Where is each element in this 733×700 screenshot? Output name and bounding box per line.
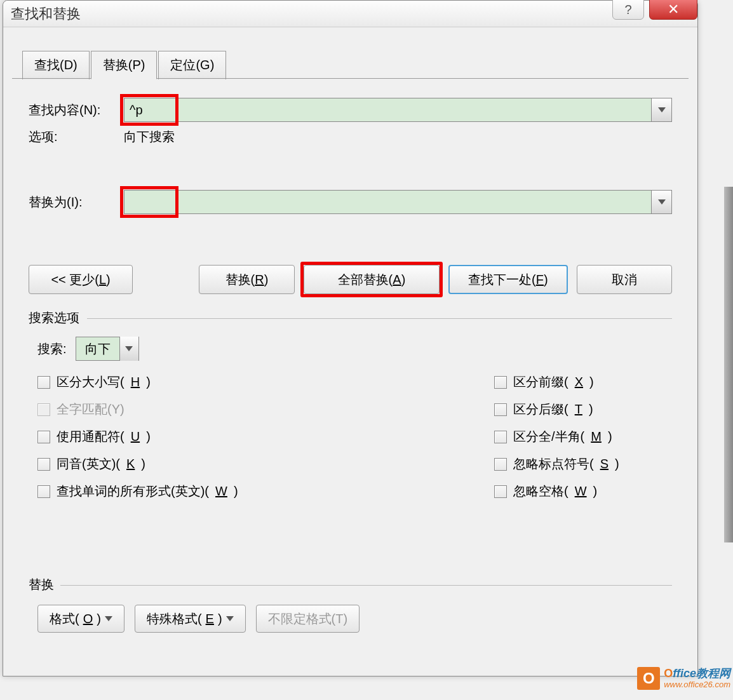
checkbox-icon [494, 485, 507, 498]
checkbox-icon [494, 458, 507, 471]
replace-section-title: 替换 [29, 576, 672, 593]
find-content-label: 查找内容(N): [29, 102, 124, 119]
close-icon: ✕ [668, 1, 679, 18]
checkbox-suffix[interactable]: 区分后缀(T) [494, 401, 672, 418]
replace-all-button[interactable]: 全部替换(A) [304, 265, 440, 294]
highlight-box-replaceall [300, 262, 443, 297]
checkbox-whole-word: 全字匹配(Y) [37, 401, 494, 418]
less-button[interactable]: << 更少(L) [29, 265, 133, 294]
checkbox-icon [494, 431, 507, 443]
checkbox-prefix[interactable]: 区分前缀(X) [494, 374, 672, 391]
options-label: 选项: [29, 128, 124, 145]
titlebar-buttons: ? ✕ [612, 0, 697, 20]
options-value: 向下搜索 [124, 128, 175, 145]
checkbox-match-case[interactable]: 区分大小写(H) [37, 374, 494, 391]
replace-dropdown-button[interactable] [652, 190, 672, 214]
checkbox-icon [37, 485, 50, 498]
search-direction-row: 搜索: 向下 [29, 337, 672, 361]
checkbox-icon [37, 458, 50, 471]
replace-with-label: 替换为(I): [29, 194, 124, 211]
find-dropdown-button[interactable] [652, 98, 672, 122]
tabs: 查找(D) 替换(P) 定位(G) [3, 27, 697, 79]
scrollbar-shadow [724, 187, 733, 542]
checkbox-icon [37, 376, 50, 389]
help-button[interactable]: ? [612, 0, 644, 20]
find-replace-dialog: 查找和替换 ? ✕ 查找(D) 替换(P) 定位(G) 查找内容(N): 选项:… [3, 0, 698, 676]
help-icon: ? [624, 3, 631, 17]
checkbox-icon [37, 403, 50, 416]
checkboxes-container: 区分大小写(H) 全字匹配(Y) 使用通配符(U) 同音(英文)(K) 查找单词… [29, 374, 672, 500]
dialog-content: 查找内容(N): 选项: 向下搜索 替换为(I): << 更少(L) 替换(R)… [3, 79, 697, 645]
cancel-button[interactable]: 取消 [577, 265, 672, 294]
titlebar-title: 查找和替换 [11, 4, 81, 24]
checkbox-icon [494, 403, 507, 416]
action-buttons: << 更少(L) 替换(R) 全部替换(A) 查找下一处(F) 取消 [29, 265, 672, 294]
checkbox-ignore-punct[interactable]: 忽略标点符号(S) [494, 455, 672, 473]
format-buttons: 格式(O) 特殊格式(E) 不限定格式(T) [29, 605, 672, 633]
checkbox-wildcards[interactable]: 使用通配符(U) [37, 428, 494, 445]
find-next-button[interactable]: 查找下一处(F) [448, 265, 567, 294]
chevron-down-icon [105, 616, 112, 621]
replace-format-section: 替换 格式(O) 特殊格式(E) 不限定格式(T) [29, 576, 672, 633]
watermark-brand: Office教程网 [664, 668, 730, 680]
search-options-title: 搜索选项 [29, 309, 672, 326]
search-direction-label: 搜索: [37, 340, 67, 358]
checkbox-icon [494, 376, 507, 389]
search-direction-dropdown[interactable] [119, 337, 138, 361]
titlebar: 查找和替换 ? ✕ [3, 1, 697, 27]
tab-find[interactable]: 查找(D) [22, 51, 90, 79]
replace-with-input[interactable] [124, 190, 652, 214]
watermark-icon: O [637, 667, 660, 690]
format-button[interactable]: 格式(O) [37, 605, 124, 633]
checkboxes-right-column: 区分前缀(X) 区分后缀(T) 区分全/半角(M) 忽略标点符号(S) 忽略空格… [494, 374, 672, 500]
options-row: 选项: 向下搜索 [29, 128, 672, 145]
tab-goto[interactable]: 定位(G) [158, 51, 226, 79]
checkbox-word-forms[interactable]: 查找单词的所有形式(英文)(W) [37, 483, 494, 500]
find-content-row: 查找内容(N): [29, 98, 672, 122]
search-direction-select[interactable]: 向下 [76, 337, 139, 361]
watermark-url: www.office26.com [664, 680, 730, 689]
chevron-down-icon [658, 199, 666, 205]
replace-button[interactable]: 替换(R) [199, 265, 294, 294]
replace-with-row: 替换为(I): [29, 190, 672, 214]
checkbox-icon [37, 431, 50, 443]
no-format-button: 不限定格式(T) [256, 605, 360, 633]
special-format-button[interactable]: 特殊格式(E) [135, 605, 246, 633]
checkbox-ignore-space[interactable]: 忽略空格(W) [494, 483, 672, 500]
checkboxes-left-column: 区分大小写(H) 全字匹配(Y) 使用通配符(U) 同音(英文)(K) 查找单词… [37, 374, 494, 500]
tab-replace[interactable]: 替换(P) [91, 51, 158, 79]
close-button[interactable]: ✕ [649, 0, 697, 20]
checkbox-sounds-like[interactable]: 同音(英文)(K) [37, 455, 494, 473]
find-content-input[interactable] [124, 98, 652, 122]
checkbox-fullhalf[interactable]: 区分全/半角(M) [494, 428, 672, 445]
watermark: O Office教程网 www.office26.com [637, 667, 730, 690]
chevron-down-icon [226, 616, 234, 621]
chevron-down-icon [125, 346, 133, 351]
chevron-down-icon [658, 107, 666, 112]
